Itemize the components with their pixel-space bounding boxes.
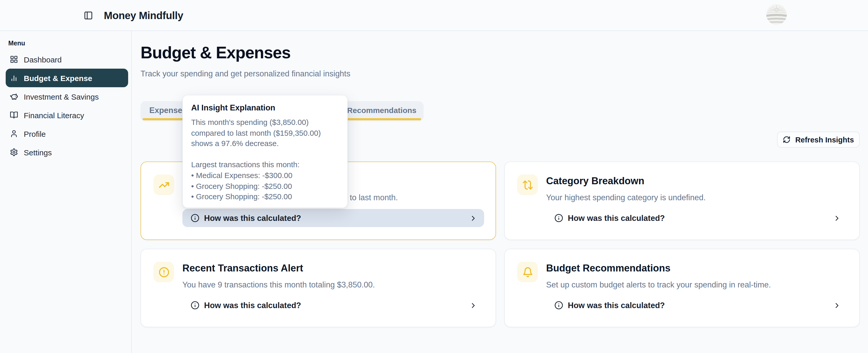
- sidebar-item-budget-expense[interactable]: Budget & Expense: [6, 69, 128, 87]
- sidebar-item-label: Settings: [24, 148, 52, 156]
- info-icon: [191, 214, 199, 222]
- refresh-insights-button[interactable]: Refresh Insights: [777, 132, 860, 148]
- alert-circle-icon: [158, 267, 169, 277]
- chevron-right-icon: [833, 214, 841, 222]
- sidebar: Menu Dashboard Budget & Expense Investme…: [0, 31, 132, 353]
- sidebar-item-label: Investment & Savings: [24, 92, 99, 101]
- spending-trend-description-fragment: to last month.: [350, 193, 398, 202]
- category-breakdown-card: Category Breakdown Your highest spending…: [504, 162, 860, 240]
- tab-recommendations[interactable]: ct Recommendations: [338, 101, 416, 119]
- ai-insight-popover-title: AI Insight Explanation: [191, 103, 339, 112]
- info-icon: [554, 301, 563, 310]
- how-calculated-row[interactable]: How was this calculated?: [182, 296, 484, 314]
- how-calculated-label: How was this calculated?: [568, 213, 665, 223]
- avatar[interactable]: [766, 4, 787, 25]
- sidebar-item-investment-savings[interactable]: Investment & Savings: [6, 87, 128, 106]
- sidebar-item-settings[interactable]: Settings: [6, 143, 128, 162]
- how-calculated-label: How was this calculated?: [204, 213, 301, 223]
- chevron-right-icon: [469, 214, 477, 222]
- gear-icon: [10, 148, 18, 156]
- top-header: Money Mindfully: [0, 0, 868, 31]
- sidebar-item-profile[interactable]: Profile: [6, 125, 128, 143]
- icon-tile: [517, 262, 538, 282]
- page-title: Budget & Expenses: [141, 43, 291, 63]
- dashboard-grid-icon: [10, 55, 18, 64]
- app-title: Money Mindfully: [104, 0, 183, 31]
- sidebar-item-label: Financial Literacy: [24, 111, 84, 119]
- repeat-icon: [522, 179, 533, 190]
- how-calculated-row[interactable]: How was this calculated?: [546, 296, 848, 314]
- card-title: Category Breakdown: [546, 175, 644, 187]
- how-calculated-label: How was this calculated?: [568, 301, 665, 310]
- card-description: You have 9 transactions this month total…: [182, 280, 375, 289]
- sidebar-menu-label: Menu: [8, 40, 25, 47]
- card-description: Set up custom budget alerts to track you…: [546, 280, 771, 289]
- sidebar-item-financial-literacy[interactable]: Financial Literacy: [6, 106, 128, 125]
- recent-transactions-card: Recent Transactions Alert You have 9 tra…: [141, 249, 496, 327]
- icon-tile: [517, 174, 538, 195]
- how-calculated-row[interactable]: How was this calculated?: [546, 209, 848, 227]
- ai-insight-popover-body: This month's spending ($3,850.00) compar…: [191, 117, 339, 202]
- refresh-icon: [783, 136, 790, 143]
- icon-tile: [153, 174, 174, 195]
- bell-icon: [522, 267, 533, 277]
- ai-insight-popover: AI Insight Explanation This month's spen…: [182, 95, 348, 208]
- sidebar-nav: Dashboard Budget & Expense Investment & …: [6, 50, 128, 162]
- info-icon: [191, 301, 199, 310]
- user-icon: [10, 130, 18, 138]
- book-open-icon: [10, 111, 18, 119]
- page-subtitle: Track your spending and get personalized…: [141, 69, 350, 78]
- info-icon: [554, 214, 563, 222]
- chevron-right-icon: [833, 301, 841, 309]
- app-root: Money Mindfully: [0, 0, 868, 353]
- piggy-bank-icon: [10, 93, 18, 101]
- card-title: Recent Transactions Alert: [182, 263, 303, 274]
- budget-recommendations-card: Budget Recommendations Set up custom bud…: [504, 249, 860, 327]
- trending-up-icon: [158, 179, 169, 190]
- how-calculated-row[interactable]: How was this calculated?: [182, 209, 484, 227]
- sidebar-item-label: Profile: [24, 129, 46, 138]
- sidebar-toggle-icon[interactable]: [84, 11, 93, 20]
- how-calculated-label: How was this calculated?: [204, 301, 301, 310]
- sidebar-item-label: Budget & Expense: [24, 74, 92, 82]
- card-title: Budget Recommendations: [546, 263, 671, 274]
- bar-chart-icon: [10, 74, 18, 82]
- sidebar-item-label: Dashboard: [24, 55, 62, 64]
- sidebar-item-dashboard[interactable]: Dashboard: [6, 50, 128, 69]
- refresh-insights-label: Refresh Insights: [795, 136, 854, 144]
- card-description: Your highest spending category is undefi…: [546, 193, 706, 202]
- chevron-right-icon: [469, 301, 477, 309]
- icon-tile: [153, 262, 174, 282]
